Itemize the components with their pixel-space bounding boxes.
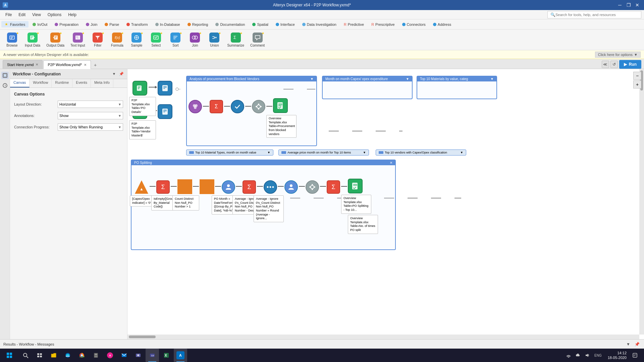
tool-browse[interactable]: ★ Browse bbox=[3, 31, 21, 49]
tab-start-close[interactable]: ✕ bbox=[36, 63, 38, 66]
g4-node-person2[interactable] bbox=[284, 180, 298, 194]
close-btn[interactable]: ✕ bbox=[633, 1, 641, 9]
nav-reporting[interactable]: Reporting bbox=[184, 21, 212, 27]
zoom-out-btn[interactable]: − bbox=[633, 72, 641, 80]
taskbar-volume[interactable] bbox=[584, 353, 591, 358]
menu-help[interactable]: Help bbox=[65, 11, 79, 18]
layout-direction-select[interactable]: Horizontal ▼ bbox=[58, 101, 123, 108]
group4-collapse[interactable]: ✕ bbox=[390, 161, 392, 165]
nav-address[interactable]: Address bbox=[430, 21, 454, 27]
taskbar-app2[interactable] bbox=[131, 349, 145, 362]
stab-runtime[interactable]: Runtime bbox=[52, 79, 72, 87]
nav-favorites[interactable]: ★ Favorites bbox=[1, 21, 29, 27]
taskbar-network[interactable] bbox=[565, 353, 572, 358]
tool-formula[interactable]: f(x) ★ Formula bbox=[108, 31, 126, 49]
group1-collapse[interactable]: ▼ bbox=[310, 77, 314, 81]
group1-node-check[interactable] bbox=[231, 100, 244, 113]
nav-interface[interactable]: Interface bbox=[272, 21, 298, 27]
nav-predictive[interactable]: R Predictive bbox=[340, 21, 367, 27]
search-input[interactable] bbox=[555, 13, 638, 17]
taskbar-app3[interactable]: TF bbox=[146, 349, 159, 362]
taskbar-fileexplorer[interactable] bbox=[47, 349, 60, 362]
group1-node-wheel[interactable] bbox=[252, 100, 265, 113]
tool-textinput[interactable]: T| ★ Text Input bbox=[68, 31, 88, 49]
tool-outputdata[interactable]: ★ Output Data bbox=[44, 31, 67, 49]
menu-options[interactable]: Options bbox=[45, 11, 64, 18]
stab-workflow[interactable]: Workflow bbox=[30, 79, 52, 87]
zoom-in-btn[interactable]: + bbox=[633, 80, 641, 88]
search-bar[interactable]: 🔍 bbox=[547, 11, 641, 18]
tool-join[interactable]: ★ Join bbox=[185, 31, 204, 49]
menu-file[interactable]: File bbox=[3, 11, 14, 18]
nav-join[interactable]: Join bbox=[83, 21, 101, 27]
taskbar-app1[interactable]: a bbox=[103, 349, 117, 362]
tab-history-btn[interactable]: ↺ bbox=[610, 61, 618, 68]
sidebar-pin-btn[interactable]: 📌 bbox=[118, 71, 124, 77]
connection-progress-select[interactable]: Show Only When Running ▼ bbox=[58, 123, 123, 131]
g4-node-sigma2[interactable]: Σ Average - Ignore 0's_Count Distinct No… bbox=[243, 180, 256, 194]
nav-prescriptive[interactable]: R Prescriptive bbox=[368, 21, 398, 27]
nav-indatabase[interactable]: In-Database bbox=[152, 21, 183, 27]
output-node-2[interactable] bbox=[158, 104, 172, 119]
g4-node-formula1[interactable]: ▲ [Capex/Opex Indicator] = '0' bbox=[135, 180, 148, 194]
group3-collapse[interactable]: ▼ bbox=[490, 77, 494, 81]
results-collapse-btn[interactable]: ▼ bbox=[625, 341, 632, 348]
canvas-scroll-area[interactable]: P2P Template.xlsx Table='PO Details' bbox=[127, 69, 639, 335]
nav-inout[interactable]: In/Out bbox=[29, 21, 51, 27]
menu-view[interactable]: View bbox=[30, 11, 44, 18]
group1-node-summarize[interactable]: Σ bbox=[210, 100, 223, 113]
g4-node-sigma1[interactable]: Σ IsEmpty([Group By_Material Code]) bbox=[156, 180, 170, 194]
g4-node-wheel[interactable] bbox=[306, 180, 319, 194]
taskbar-search[interactable] bbox=[19, 349, 32, 362]
annotations-select[interactable]: Show ▼ bbox=[58, 112, 123, 119]
sidebar-help-icon[interactable]: ? bbox=[1, 82, 9, 89]
canvas-area[interactable]: − + bbox=[127, 69, 644, 339]
sidebar-canvas-icon[interactable] bbox=[1, 72, 9, 79]
nav-spatial[interactable]: Spatial bbox=[249, 21, 272, 27]
menu-edit[interactable]: Edit bbox=[16, 11, 28, 18]
stab-metainfo[interactable]: Meta Info bbox=[91, 79, 113, 87]
tab-scroll-left[interactable]: ≪ bbox=[602, 61, 609, 68]
taskbar-edge[interactable] bbox=[61, 349, 74, 362]
g4-node-formula3[interactable] bbox=[200, 179, 214, 194]
tool-filter[interactable]: ★ Filter bbox=[88, 31, 107, 49]
taskbar-lang[interactable]: ENG bbox=[593, 354, 603, 357]
g4-node-person[interactable]: PO Month = DateTimeFormat ([Group By_PO … bbox=[222, 180, 235, 194]
nav-preparation[interactable]: Preparation bbox=[51, 21, 82, 27]
group1-node-output[interactable]: Overview Template.xlsx Table=Procurement… bbox=[273, 98, 288, 113]
tool-summarize[interactable]: Σ ★ Summarize bbox=[224, 31, 247, 49]
group2-collapse[interactable]: ▼ bbox=[406, 77, 409, 81]
taskbar-notifications[interactable] bbox=[631, 353, 639, 358]
taskbar-clock[interactable]: 14:12 18-05-2020 bbox=[605, 351, 629, 360]
tool-inputdata[interactable]: ★ Input Data bbox=[22, 31, 43, 49]
nav-datainvestigation[interactable]: Data Investigation bbox=[299, 21, 340, 27]
stab-events[interactable]: Events bbox=[72, 79, 91, 87]
g4-node-sigma3[interactable]: Σ bbox=[327, 180, 340, 194]
add-tab-btn[interactable]: + bbox=[92, 61, 99, 69]
g4-node-3dot[interactable]: Average - Ignore 0's_Count Distinct Non … bbox=[264, 180, 277, 194]
taskbar-outlook[interactable] bbox=[117, 349, 131, 362]
canvas-hscroll[interactable] bbox=[127, 335, 639, 339]
footer-bar-2-collapse[interactable]: ▼ bbox=[363, 151, 366, 154]
taskbar-cloud[interactable] bbox=[574, 353, 582, 358]
minimize-btn[interactable]: ─ bbox=[616, 1, 624, 9]
g4-node-formula2[interactable]: Count Distinct Non Null_PO Number > 1 bbox=[177, 179, 192, 194]
tool-union[interactable]: ★ Union bbox=[205, 31, 224, 49]
canvas-vscroll[interactable] bbox=[639, 69, 644, 335]
tab-p2p-close[interactable]: ✕ bbox=[84, 63, 87, 67]
tool-comment[interactable]: ★ Comment bbox=[248, 31, 267, 49]
tool-sort[interactable]: ★ Sort bbox=[166, 31, 185, 49]
canvas-hscroll-thumb[interactable] bbox=[129, 336, 156, 338]
start-button[interactable] bbox=[3, 349, 16, 362]
taskbar-chrome[interactable] bbox=[75, 349, 89, 362]
tab-p2p[interactable]: P2P Workflow.yxmd* ✕ bbox=[43, 60, 91, 69]
results-pin-btn[interactable]: 📌 bbox=[633, 341, 641, 348]
taskbar-alteryx[interactable]: A bbox=[174, 349, 187, 362]
stab-canvas[interactable]: Canvas bbox=[10, 79, 30, 87]
nav-documentation[interactable]: Documentation bbox=[212, 21, 248, 27]
tool-sample[interactable]: ★ Sample bbox=[127, 31, 146, 49]
nav-parse[interactable]: Parse bbox=[101, 21, 122, 27]
output-node-1[interactable] bbox=[158, 81, 172, 96]
g4-node-output1[interactable]: Overview Template.xlsx Table=PO Splittin… bbox=[348, 179, 363, 193]
nav-transform[interactable]: Transform bbox=[123, 21, 151, 27]
